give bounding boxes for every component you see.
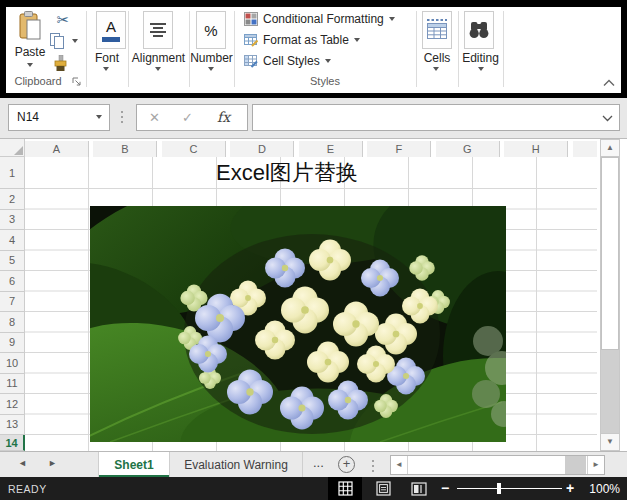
zoom-slider-track[interactable] <box>457 488 562 489</box>
alignment-dropdown-arrow[interactable] <box>155 67 161 71</box>
editing-button-icon-box[interactable] <box>464 11 494 49</box>
vertical-scrollbar-thumb[interactable] <box>601 157 619 350</box>
column-header-f[interactable]: F <box>367 141 431 157</box>
sheet-nav-right-icon[interactable]: ► <box>48 458 57 468</box>
enter-icon[interactable]: ✓ <box>182 110 193 125</box>
zoom-slider-thumb[interactable] <box>497 483 501 494</box>
cell-styles-label: Cell Styles <box>263 54 320 68</box>
formula-expand-chevron-icon[interactable] <box>602 115 613 122</box>
insert-function-icon[interactable]: fx <box>217 109 230 125</box>
scroll-down-button[interactable]: ▼ <box>601 433 619 450</box>
row-header-11[interactable]: 11 <box>0 374 25 395</box>
format-painter-button[interactable] <box>52 55 72 73</box>
column-header-c[interactable]: C <box>162 141 226 157</box>
column-header-d[interactable]: D <box>230 141 294 157</box>
group-separator <box>128 11 129 87</box>
cell-styles-button[interactable]: Cell Styles <box>244 51 331 70</box>
row-header-4[interactable]: 4 <box>0 230 25 251</box>
status-mode-label: READY <box>8 483 47 495</box>
horizontal-scrollbar-thumb[interactable] <box>565 456 586 474</box>
align-center-icon <box>149 23 167 37</box>
cut-button[interactable]: ✂ <box>52 11 74 29</box>
zoom-in-icon[interactable]: + <box>566 480 574 496</box>
status-bar: READY − + 100% <box>0 477 627 500</box>
normal-view-icon <box>338 481 353 496</box>
column-header-h[interactable]: H <box>504 141 568 157</box>
column-header-a[interactable]: A <box>25 141 89 157</box>
row-header-12[interactable]: 12 <box>0 394 25 415</box>
worksheet-grid: A B C D E F G H I 1 2 3 4 5 6 7 8 9 10 1… <box>0 139 627 451</box>
row-header-1[interactable]: 1 <box>0 157 25 189</box>
font-dropdown-arrow[interactable] <box>103 67 109 71</box>
name-box-dropdown-arrow[interactable] <box>96 115 102 119</box>
vertical-scrollbar-track[interactable] <box>601 350 619 433</box>
row-header-3[interactable]: 3 <box>0 210 25 231</box>
cancel-icon[interactable]: ✕ <box>149 110 160 125</box>
copy-button[interactable] <box>50 33 70 51</box>
scroll-up-button[interactable]: ▲ <box>601 140 619 157</box>
paste-button[interactable]: Paste <box>10 9 50 71</box>
row-header-5[interactable]: 5 <box>0 251 25 272</box>
group-separator <box>86 11 87 87</box>
vertical-scrollbar[interactable]: ▲ ▼ <box>600 139 620 451</box>
sheet-nav-left-icon[interactable]: ◄ <box>18 458 27 468</box>
cells-button-label[interactable]: Cells <box>416 51 458 65</box>
page-layout-view-button[interactable] <box>366 477 400 500</box>
zoom-level-label[interactable]: 100% <box>582 482 620 496</box>
tabbar-splitter[interactable] <box>372 460 374 472</box>
row-header-6[interactable]: 6 <box>0 271 25 292</box>
conditional-formatting-button[interactable]: Conditional Formatting <box>244 9 395 28</box>
font-button-label[interactable]: Font <box>86 51 128 65</box>
editing-button-label[interactable]: Editing <box>458 51 503 65</box>
column-header-g[interactable]: G <box>436 141 500 157</box>
column-header-b[interactable]: B <box>93 141 157 157</box>
row-header-7[interactable]: 7 <box>0 292 25 313</box>
column-header-i[interactable]: I <box>573 141 597 157</box>
scroll-down-arrow-icon: ▼ <box>606 438 614 446</box>
cells-dropdown-arrow[interactable] <box>433 67 439 71</box>
styles-group-label: Styles <box>234 75 416 90</box>
number-button-icon-box[interactable]: % <box>196 11 226 49</box>
clipboard-dialog-launcher-icon[interactable] <box>72 77 82 87</box>
tab-evaluation-warning[interactable]: Evaluation Warning <box>170 452 303 477</box>
collapse-ribbon-chevron-icon[interactable] <box>603 79 615 87</box>
editing-dropdown-arrow[interactable] <box>478 67 484 71</box>
row-header-10[interactable]: 10 <box>0 353 25 374</box>
copy-dropdown-arrow[interactable] <box>72 39 78 43</box>
zoom-out-icon[interactable]: − <box>441 480 449 496</box>
select-all-triangle-icon <box>14 146 23 155</box>
cells-area[interactable]: Excel图片替换 <box>25 157 597 451</box>
alignment-button-label[interactable]: Alignment <box>128 51 189 65</box>
embedded-flower-picture[interactable] <box>90 206 506 442</box>
normal-view-button[interactable] <box>328 477 362 500</box>
formula-input[interactable] <box>252 104 620 131</box>
tab-sheet1[interactable]: Sheet1 <box>98 452 170 477</box>
number-button-label[interactable]: Number <box>189 51 234 65</box>
row-header-9[interactable]: 9 <box>0 333 25 354</box>
alignment-button-icon-box[interactable] <box>143 11 173 49</box>
row-header-8[interactable]: 8 <box>0 312 25 333</box>
conditional-formatting-icon <box>244 12 258 26</box>
row-header-13[interactable]: 13 <box>0 415 25 436</box>
horizontal-scrollbar[interactable]: ◄ ► <box>390 455 605 475</box>
cells-button-icon-box[interactable] <box>422 11 452 49</box>
column-header-e[interactable]: E <box>299 141 363 157</box>
page-break-preview-button[interactable] <box>402 477 436 500</box>
sheet-tab-bar: ◄ ► Sheet1 Evaluation Warning ... + ◄ ► <box>0 451 627 477</box>
scroll-right-button[interactable]: ► <box>587 456 604 474</box>
conditional-formatting-label: Conditional Formatting <box>263 12 384 26</box>
column-headers: A B C D E F G H I <box>25 139 597 157</box>
formula-bar-splitter[interactable] <box>121 111 123 123</box>
name-box[interactable]: N14 <box>8 104 110 131</box>
formula-bar-strip: N14 ✕ ✓ fx <box>0 98 627 139</box>
scroll-left-button[interactable]: ◄ <box>391 456 408 474</box>
tab-overflow-ellipsis[interactable]: ... <box>313 455 324 470</box>
percent-icon: % <box>204 22 217 39</box>
number-dropdown-arrow[interactable] <box>208 67 214 71</box>
row-header-2[interactable]: 2 <box>0 189 25 210</box>
font-button-icon-box[interactable]: A <box>96 11 126 49</box>
add-sheet-button[interactable]: + <box>338 456 355 473</box>
row-header-14-selected[interactable]: 14 <box>0 435 25 451</box>
select-all-corner[interactable] <box>0 139 25 157</box>
format-as-table-button[interactable]: Format as Table <box>244 30 360 49</box>
